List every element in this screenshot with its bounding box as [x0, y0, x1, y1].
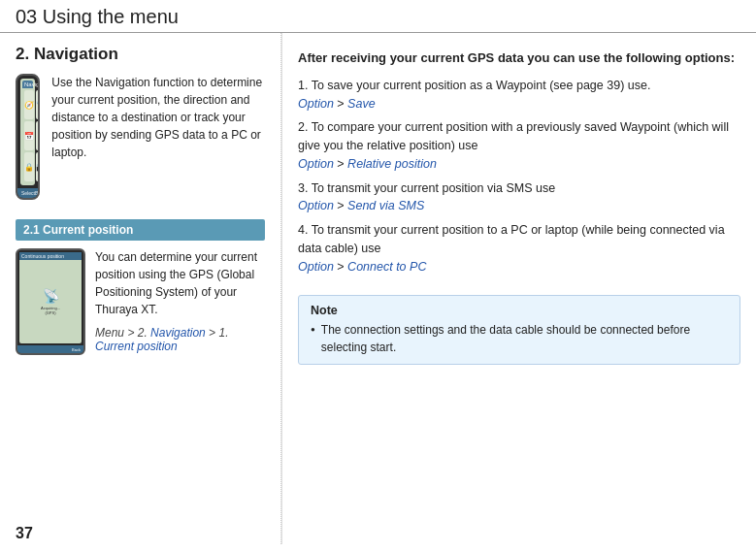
item-text-4: 4. To transmit your current position to …	[298, 223, 725, 255]
sub-phone-back-label: Back	[72, 347, 81, 352]
sub-phone-mockup: Continuous position 📡 Acquiring...(GPS) …	[16, 248, 85, 355]
note-title: Note	[311, 304, 728, 317]
phone-icon-7: 🔒	[24, 152, 34, 181]
item-text-2: 2. To compare your current position with…	[298, 120, 729, 152]
list-item: 4. To transmit your current position to …	[298, 221, 740, 276]
sep-2: >	[337, 157, 347, 171]
sub-phone-screen: Continuous position 📡 Acquiring...(GPS)	[19, 252, 82, 343]
current-position-link: Current position	[95, 340, 178, 353]
gps-icon: 📡	[43, 288, 59, 304]
phone-icon-1: 🧭	[24, 90, 34, 119]
phone-back-label: Back	[35, 190, 40, 196]
action-label-1: Save	[347, 97, 376, 111]
navigation-phone-mockup: Navigation 🧭 📡 📶 📅 ✉ ▶ 🔒 📷 🔐 Select	[16, 74, 40, 200]
list-item: 1. To save your current position as a Wa…	[298, 77, 740, 114]
option-label-3: Option	[298, 199, 334, 212]
subsection-header: 2.1 Current position	[16, 219, 265, 241]
navigation-link: Navigation	[150, 326, 206, 340]
sub-phone-content: 📡 Acquiring...(GPS)	[19, 260, 82, 343]
option-label-1: Option	[298, 97, 334, 111]
menu-label: Menu	[95, 326, 124, 340]
sub-description-block: You can determine your current position …	[95, 248, 265, 353]
sep-4: >	[337, 260, 347, 274]
section-title: 2. Navigation	[16, 45, 265, 64]
page-number: 37	[16, 525, 33, 542]
phone-icon-8: 📷	[36, 152, 40, 181]
note-box: Note The connection settings and the dat…	[298, 295, 740, 365]
phone-bottom-bar: Select Back	[17, 188, 38, 198]
action-label-4: Connect to PC	[347, 260, 426, 274]
sep-3: >	[337, 199, 347, 212]
phone-select-label: Select	[21, 190, 35, 196]
phone-icon-5: ✉	[36, 121, 40, 150]
phone-icons-grid: 🧭 📡 📶 📅 ✉ ▶ 🔒 📷 🔐	[22, 88, 33, 183]
action-label-2: Relative position	[347, 157, 437, 171]
subsection-current-position: 2.1 Current position Continuous position…	[16, 219, 265, 355]
sep-1: >	[337, 97, 347, 111]
sub-phone-bottom-bar: Back	[17, 345, 83, 353]
phone-screen: Navigation 🧭 📡 📶 📅 ✉ ▶ 🔒 📷 🔐	[20, 79, 35, 185]
continuous-position-label: Continuous position	[21, 253, 64, 259]
gps-status-text: Acquiring...(GPS)	[41, 306, 60, 315]
sub-phone-container: Continuous position 📡 Acquiring...(GPS) …	[16, 248, 265, 355]
note-content: The connection settings and the data cab…	[311, 321, 728, 356]
sub-description-text: You can determine your current position …	[95, 248, 265, 318]
gps-options-section: After receiving your current GPS data yo…	[298, 49, 740, 281]
menu-sep1: > 2.	[127, 326, 150, 340]
sub-phone-top-bar: Continuous position	[19, 252, 82, 260]
gps-options-title: After receiving your current GPS data yo…	[298, 49, 740, 69]
page-title: 03 Using the menu	[16, 6, 740, 28]
list-item: 2. To compare your current position with…	[298, 118, 740, 173]
left-panel: 2. Navigation Navigation 🧭 📡 📶 📅 ✉ ▶ 🔒 📷	[0, 33, 281, 544]
list-item: 3. To transmit your current position via…	[298, 179, 740, 216]
note-bullet: The connection settings and the data cab…	[311, 321, 728, 356]
options-list: 1. To save your current position as a Wa…	[298, 77, 740, 276]
main-content: 2. Navigation Navigation 🧭 📡 📶 📅 ✉ ▶ 🔒 📷	[0, 33, 756, 544]
action-label-3: Send via SMS	[347, 199, 424, 212]
phone-icon-2: 📡	[36, 90, 40, 119]
phone-icon-4: 📅	[24, 121, 34, 150]
menu-sep2: > 1.	[209, 326, 228, 340]
option-label-4: Option	[298, 260, 334, 274]
item-num: 1. To save your current position as a Wa…	[298, 79, 650, 92]
menu-path: Menu > 2. Navigation > 1. Current positi…	[95, 326, 265, 353]
phone-title-bar: Navigation	[22, 81, 33, 88]
option-label-2: Option	[298, 157, 334, 171]
navigation-description: Use the Navigation function to determine…	[51, 74, 265, 161]
page-header: 03 Using the menu	[0, 0, 756, 33]
item-text-3: 3. To transmit your current position via…	[298, 181, 555, 195]
right-panel: After receiving your current GPS data yo…	[282, 33, 756, 544]
